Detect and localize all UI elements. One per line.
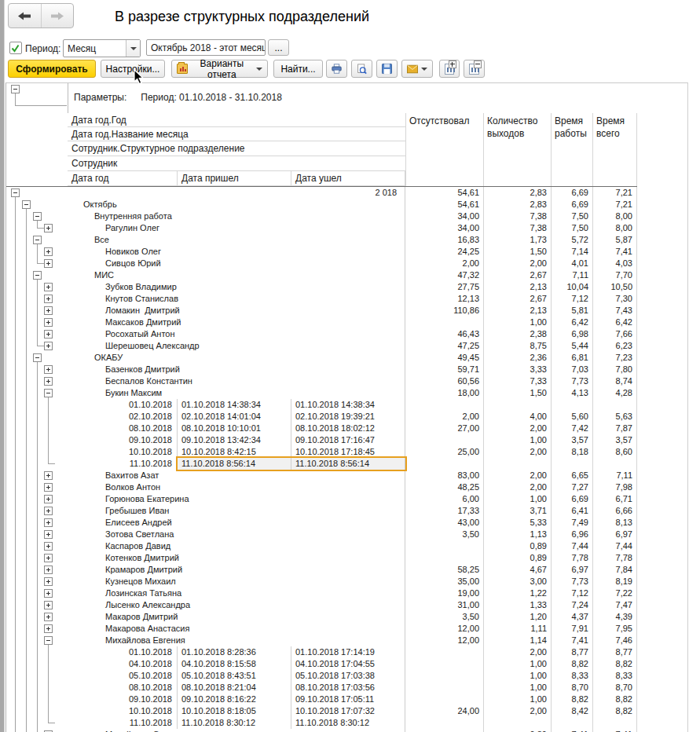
value-cell[interactable]: 7,73 bbox=[552, 375, 593, 387]
value-cell[interactable]: 6,71 bbox=[593, 493, 637, 505]
value-cell[interactable]: 2,38 bbox=[484, 328, 552, 340]
group-label-cell[interactable]: ОКАБУ bbox=[68, 352, 405, 364]
detail-row[interactable]: 09.10.201809.10.2018 13:42:3409.10.2018 … bbox=[68, 434, 637, 447]
value-cell[interactable]: 4,67 bbox=[484, 564, 552, 576]
value-cell[interactable]: 2,13 bbox=[484, 281, 552, 293]
expand-toggle[interactable] bbox=[44, 224, 53, 232]
detail-date-cell[interactable]: 05.10.2018 bbox=[68, 670, 178, 682]
group-row[interactable]: Елисеев Андрей43,005,337,498,13 bbox=[68, 517, 637, 529]
group-label-cell[interactable]: Горюнова Екатерина bbox=[68, 493, 405, 505]
period-type-select[interactable]: Месяц bbox=[63, 39, 141, 57]
value-cell[interactable]: 4,03 bbox=[593, 258, 637, 269]
forward-button[interactable] bbox=[42, 4, 74, 27]
group-row[interactable]: Михайлова Оксана0,897,417,41 bbox=[68, 729, 637, 732]
value-cell[interactable]: 25,00 bbox=[405, 446, 484, 458]
came-time-cell[interactable]: 01.10.2018 8:28:36 bbox=[178, 646, 291, 658]
group-label-cell[interactable]: Каспаров Давид bbox=[68, 540, 405, 552]
value-cell[interactable]: 5,87 bbox=[593, 234, 637, 246]
group-row[interactable]: Горюнова Екатерина6,001,006,696,71 bbox=[68, 493, 637, 506]
value-cell[interactable]: 3,50 bbox=[405, 529, 484, 540]
value-cell[interactable] bbox=[552, 458, 593, 470]
value-cell[interactable]: 7,21 bbox=[593, 199, 637, 210]
value-cell[interactable] bbox=[405, 717, 484, 729]
value-cell[interactable]: 4,28 bbox=[593, 387, 637, 399]
group-label-cell[interactable]: Базенков Дмитрий bbox=[68, 364, 405, 375]
group-label-cell[interactable]: Внутренняя работа bbox=[68, 210, 405, 222]
value-cell[interactable]: 5,72 bbox=[552, 234, 593, 246]
value-cell[interactable] bbox=[405, 317, 484, 328]
group-label-cell[interactable]: Гребышев Иван bbox=[68, 505, 405, 517]
value-cell[interactable]: 6,65 bbox=[552, 470, 593, 481]
group-label-cell[interactable]: Букин Максим bbox=[68, 387, 405, 399]
expand-toggle[interactable] bbox=[44, 495, 53, 503]
group-row[interactable]: Росохатый Антон46,432,386,987,66 bbox=[68, 328, 637, 341]
value-cell[interactable] bbox=[405, 646, 484, 658]
value-cell[interactable] bbox=[405, 458, 484, 470]
detail-row[interactable]: 04.10.201804.10.2018 8:15:5804.10.2018 1… bbox=[68, 658, 637, 671]
value-cell[interactable]: 8,13 bbox=[593, 517, 637, 529]
value-cell[interactable]: 1,11 bbox=[484, 623, 552, 635]
came-time-cell[interactable]: 01.10.2018 14:38:34 bbox=[178, 399, 291, 411]
value-cell[interactable]: 7,12 bbox=[552, 587, 593, 599]
value-cell[interactable]: 7,27 bbox=[552, 481, 593, 493]
value-cell[interactable]: 1,14 bbox=[484, 635, 552, 646]
value-cell[interactable]: 1,22 bbox=[484, 587, 552, 599]
value-cell[interactable]: 7,84 bbox=[593, 564, 637, 576]
group-label-cell[interactable]: Кнутов Станислав bbox=[68, 293, 405, 305]
value-cell[interactable]: 6,81 bbox=[552, 352, 593, 364]
group-label-cell[interactable]: Лысенко Александра bbox=[68, 599, 405, 611]
value-cell[interactable]: 1,00 bbox=[484, 670, 552, 682]
group-row[interactable]: Букин Максим18,001,504,134,28 bbox=[68, 387, 637, 400]
left-time-cell[interactable]: 08.10.2018 17:03:56 bbox=[291, 682, 405, 694]
detail-row[interactable]: 08.10.201808.10.2018 8:21:0408.10.2018 1… bbox=[68, 682, 637, 694]
detail-row[interactable]: 01.10.201801.10.2018 8:28:3601.10.2018 1… bbox=[68, 646, 637, 659]
value-cell[interactable]: 2,00 bbox=[405, 258, 484, 269]
value-cell[interactable]: 2,83 bbox=[484, 187, 552, 199]
value-cell[interactable]: 0,89 bbox=[484, 729, 552, 732]
value-cell[interactable]: 6,97 bbox=[593, 529, 637, 540]
came-time-cell[interactable]: 11.10.2018 8:30:12 bbox=[178, 717, 291, 729]
value-cell[interactable]: 1,50 bbox=[484, 387, 552, 399]
value-cell[interactable]: 49,45 bbox=[405, 352, 484, 364]
value-cell[interactable] bbox=[405, 682, 484, 694]
value-cell[interactable]: 16,83 bbox=[405, 234, 484, 246]
value-cell[interactable]: 7,78 bbox=[552, 552, 593, 564]
value-cell[interactable]: 7,11 bbox=[593, 470, 637, 481]
value-cell[interactable]: 7,33 bbox=[484, 375, 552, 387]
expand-toggle[interactable] bbox=[44, 518, 53, 527]
value-cell[interactable] bbox=[484, 717, 552, 729]
value-cell[interactable]: 3,57 bbox=[552, 434, 593, 446]
came-time-cell[interactable]: 08.10.2018 8:21:04 bbox=[178, 682, 291, 694]
value-cell[interactable]: 12,00 bbox=[405, 623, 484, 635]
value-cell[interactable]: 0,89 bbox=[484, 540, 552, 552]
value-cell[interactable]: 6,23 bbox=[593, 340, 637, 352]
value-cell[interactable]: 2,00 bbox=[484, 705, 552, 717]
group-label-cell[interactable]: Ломакин Дмитрий bbox=[68, 305, 405, 317]
came-time-cell[interactable]: 05.10.2018 8:43:51 bbox=[178, 670, 291, 682]
detail-row[interactable]: 01.10.201801.10.2018 14:38:3401.10.2018 … bbox=[68, 399, 637, 412]
group-label-cell[interactable]: Вахитов Азат bbox=[68, 470, 405, 481]
value-cell[interactable]: 47,32 bbox=[405, 269, 484, 281]
group-label-cell[interactable]: Макаров Дмитрий bbox=[68, 611, 405, 623]
group-row[interactable]: Рагулин Олег34,007,387,508,00 bbox=[68, 222, 637, 235]
value-cell[interactable]: 7,98 bbox=[593, 481, 637, 493]
value-cell[interactable]: 17,33 bbox=[405, 505, 484, 517]
value-cell[interactable] bbox=[593, 458, 637, 470]
value-cell[interactable] bbox=[484, 458, 552, 470]
value-cell[interactable]: 1,73 bbox=[484, 234, 552, 246]
find-button[interactable]: Найти... bbox=[273, 60, 323, 78]
value-cell[interactable]: 8,33 bbox=[552, 670, 593, 682]
expand-toggle[interactable] bbox=[44, 507, 53, 515]
expand-toggle[interactable] bbox=[44, 295, 53, 303]
group-row[interactable]: Котенков Дмитрий0,897,787,78 bbox=[68, 552, 637, 565]
detail-row[interactable]: 08.10.201808.10.2018 10:10:0108.10.2018 … bbox=[68, 423, 637, 435]
value-cell[interactable]: 7,49 bbox=[552, 517, 593, 529]
group-label-cell[interactable]: Елисеев Андрей bbox=[68, 517, 405, 529]
value-cell[interactable]: 7,41 bbox=[552, 729, 593, 732]
value-cell[interactable]: 8,82 bbox=[593, 694, 637, 705]
value-cell[interactable]: 8,77 bbox=[593, 646, 637, 658]
dropdown-button[interactable] bbox=[126, 40, 140, 57]
expand-toggle[interactable] bbox=[44, 471, 53, 480]
value-cell[interactable]: 60,56 bbox=[405, 375, 484, 387]
detail-date-cell[interactable]: 01.10.2018 bbox=[68, 399, 178, 411]
